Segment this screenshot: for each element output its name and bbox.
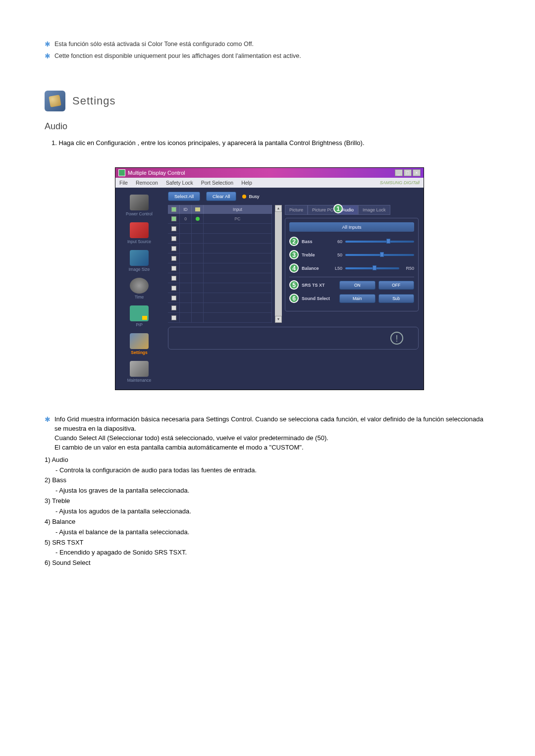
imagesize-icon: [130, 250, 149, 266]
row-checkbox[interactable]: [168, 283, 180, 293]
star-icon: ✱: [45, 40, 51, 50]
tab-picture[interactable]: Picture: [285, 205, 308, 215]
menu-file[interactable]: File: [119, 180, 128, 186]
info-grid: ID Input 0PC: [168, 205, 272, 323]
soundselect-row: 6 Sound Select Main Sub: [289, 294, 414, 303]
row-status: [192, 224, 204, 233]
settings-section-icon: [45, 91, 65, 111]
sidebar-item-inputsource[interactable]: Input Source: [118, 220, 160, 246]
balance-slider[interactable]: [345, 267, 399, 269]
minimize-button[interactable]: _: [395, 169, 403, 176]
soundselect-main-button[interactable]: Main: [339, 294, 375, 303]
menu-portselection[interactable]: Port Selection: [201, 180, 233, 186]
time-icon: [130, 278, 149, 294]
row-input: [204, 244, 272, 253]
row-id: [180, 263, 192, 273]
row-checkbox[interactable]: [168, 273, 180, 283]
srs-off-button[interactable]: OFF: [378, 281, 415, 290]
row-status: [192, 283, 204, 293]
row-id: [180, 234, 192, 243]
srs-label: SRS TS XT: [302, 283, 336, 288]
table-row[interactable]: 0PC: [168, 214, 272, 224]
list-item-desc: - Ajusta los agudos de la pantalla selec…: [55, 507, 490, 516]
scroll-up-button[interactable]: ▲: [275, 205, 282, 212]
sidebar-item-pip[interactable]: PIP: [118, 303, 160, 329]
grid-scrollbar[interactable]: ▲ ▼: [275, 205, 282, 323]
soundselect-sub-button[interactable]: Sub: [378, 294, 415, 303]
bass-slider[interactable]: [345, 241, 414, 243]
table-row[interactable]: [168, 244, 272, 253]
row-checkbox[interactable]: [168, 214, 180, 223]
row-id: [180, 224, 192, 233]
tab-imagelock[interactable]: Image Lock: [358, 205, 390, 215]
treble-label: Treble: [302, 252, 327, 257]
grid-header-status: [192, 205, 204, 214]
balance-row: 4 Balance L50 R50: [289, 263, 414, 273]
row-checkbox[interactable]: [168, 303, 180, 312]
table-row[interactable]: [168, 293, 272, 303]
grid-header-check[interactable]: [168, 205, 180, 214]
row-status: [192, 214, 204, 223]
table-row[interactable]: [168, 263, 272, 273]
srs-on-button[interactable]: ON: [339, 281, 375, 290]
row-status: [192, 313, 204, 322]
row-checkbox[interactable]: [168, 313, 180, 322]
sidebar: Power Control Input Source Image Size Ti…: [115, 188, 163, 390]
row-id: 0: [180, 214, 192, 223]
row-input: [204, 253, 272, 263]
scroll-down-button[interactable]: ▼: [275, 316, 282, 323]
list-item-label: 1) Audio: [45, 455, 490, 465]
balance-left: L50: [330, 266, 342, 271]
section-title: Settings: [72, 95, 116, 107]
callout-1: 1: [333, 204, 343, 213]
desc-line3: El cambio de un valor en esta pantalla c…: [54, 443, 490, 453]
menu-safetylock[interactable]: Safety Lock: [166, 180, 193, 186]
grid-header-id: ID: [180, 205, 192, 214]
table-row[interactable]: [168, 273, 272, 283]
row-checkbox[interactable]: [168, 293, 180, 302]
sidebar-item-settings[interactable]: Settings: [118, 331, 160, 357]
sidebar-item-imagesize[interactable]: Image Size: [118, 248, 160, 274]
clear-all-button[interactable]: Clear All: [206, 192, 236, 201]
warning-icon: !: [390, 332, 403, 345]
row-status: [192, 234, 204, 243]
sidebar-item-powercontrol[interactable]: Power Control: [118, 193, 160, 218]
row-status: [192, 244, 204, 253]
close-button[interactable]: ×: [413, 169, 421, 176]
note-text: Cette fonction est disponible uniquement…: [54, 51, 301, 61]
busy-dot-icon: [242, 195, 246, 199]
titlebar: Multiple Display Control _ □ ×: [115, 168, 424, 178]
menu-help[interactable]: Help: [241, 180, 252, 186]
row-checkbox[interactable]: [168, 224, 180, 233]
bass-value: 60: [330, 239, 342, 244]
table-row[interactable]: [168, 224, 272, 234]
treble-slider[interactable]: [345, 254, 414, 256]
sidebar-item-maintenance[interactable]: Maintenance: [118, 359, 160, 385]
treble-value: 50: [330, 252, 342, 257]
callout-6: 6: [289, 294, 299, 303]
callout-2: 2: [289, 237, 299, 246]
menu-remocon[interactable]: Remocon: [136, 180, 158, 186]
subsection-title: Audio: [45, 121, 490, 132]
row-input: [204, 273, 272, 283]
row-status: [192, 303, 204, 312]
row-checkbox[interactable]: [168, 244, 180, 253]
maximize-button[interactable]: □: [404, 169, 412, 176]
callout-4: 4: [289, 263, 299, 273]
row-checkbox[interactable]: [168, 263, 180, 273]
row-checkbox[interactable]: [168, 234, 180, 243]
list-item-label: 5) SRS TSXT: [45, 538, 490, 548]
table-row[interactable]: [168, 313, 272, 323]
list-item-desc: - Encendido y apagado de Sonido SRS TSXT…: [55, 548, 490, 557]
table-row[interactable]: [168, 253, 272, 263]
select-all-button[interactable]: Select All: [168, 192, 200, 201]
table-row[interactable]: [168, 283, 272, 293]
row-checkbox[interactable]: [168, 253, 180, 263]
sidebar-item-time[interactable]: Time: [118, 276, 160, 302]
tab-audio[interactable]: 1 Audio: [338, 205, 358, 215]
star-icon: ✱: [45, 415, 51, 425]
app-title: Multiple Display Control: [128, 170, 185, 176]
table-row[interactable]: [168, 303, 272, 313]
all-inputs-label: All Inputs: [289, 222, 414, 232]
table-row[interactable]: [168, 234, 272, 244]
